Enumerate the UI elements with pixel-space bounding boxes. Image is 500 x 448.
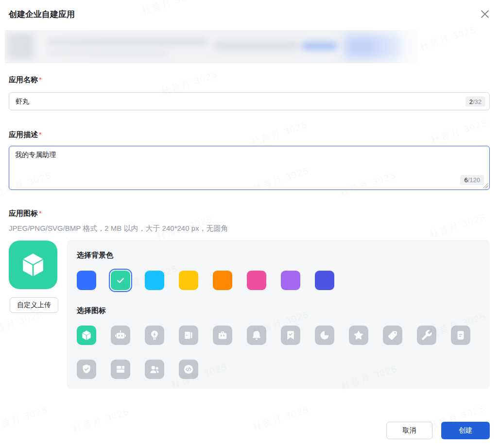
watermark-text: 杜昔月 3025 [71,405,131,435]
tag-icon [386,329,399,342]
required-asterisk: * [39,130,42,138]
app-name-input-wrap: 2/32 [9,92,490,110]
watermark-text: 杜昔月 3025 [251,403,311,433]
bg-color-swatch-yellow[interactable] [179,271,198,290]
background-color-section-title: 选择背景色 [77,251,480,260]
notice-banner-blurred [5,30,418,63]
cube-icon [18,250,48,280]
app-desc-char-counter: 6/120 [460,175,484,185]
briefcase-icon [216,329,229,342]
app-name-label-text: 应用名称 [9,75,38,84]
icon-tile-book[interactable] [179,326,198,345]
app-desc-textarea[interactable]: 我的专属助理 [9,146,490,190]
check-icon [115,275,126,286]
icon-tile-code[interactable] [179,360,198,379]
code-icon [182,363,195,376]
app-icon-label-text: 应用图标 [9,209,38,217]
book-icon [182,329,195,342]
lightbulb-icon [148,329,161,342]
close-icon[interactable] [478,7,492,21]
app-desc-label-text: 应用描述 [9,130,38,138]
app-name-char-counter: 2/32 [466,96,485,106]
watermark-text: 杜昔月 3025 [250,119,310,149]
icon-section-title: 选择图标 [77,306,480,315]
icon-tile-cube[interactable] [77,326,96,345]
watermark-text: 杜昔月 3025 [430,117,489,147]
document-icon [454,329,467,342]
dialog-title: 创建企业自建应用 [9,9,75,20]
watermark-text: 杜昔月 3025 [428,211,488,241]
icon-tile-document[interactable] [451,326,470,345]
app-desc-textarea-wrap: 我的专属助理 6/120 [9,146,490,190]
bell-icon [250,329,263,342]
char-limit: /32 [473,98,482,105]
icon-picker-panel: 选择背景色 选择图标 [67,240,490,389]
create-button[interactable]: 创建 [441,422,490,439]
app-desc-label: 应用描述* [9,130,42,139]
bg-color-swatch-orange[interactable] [213,271,232,290]
star-icon [352,329,365,342]
required-asterisk: * [39,209,42,217]
icon-tile-tag[interactable] [383,326,402,345]
bg-color-swatch-blue[interactable] [77,271,96,290]
cube-icon [80,329,93,342]
pie-chart-icon [318,329,331,342]
shield-check-icon [80,363,93,376]
watermark-text: 杜昔月 3025 [140,0,200,17]
watermark-text: 杜昔月 3025 [0,403,50,433]
banner-fade [5,30,418,63]
watermark-text: 杜昔月 3025 [418,23,478,53]
icon-tile-grid [77,326,473,379]
app-icon-format-hint: JPEG/PNG/SVG/BMP 格式，2 MB 以内，大于 240*240 p… [9,224,228,233]
users-icon [148,363,161,376]
custom-upload-button[interactable]: 自定义上传 [10,297,58,313]
bg-color-swatch-purple[interactable] [281,271,300,290]
bg-color-swatch-pink[interactable] [247,271,266,290]
icon-tile-star[interactable] [349,326,368,345]
app-icon-label: 应用图标* [9,209,42,218]
bg-color-swatch-cyan[interactable] [145,271,164,290]
robot-icon [114,329,127,342]
icon-tile-robot[interactable] [111,326,130,345]
icon-tile-bookmark-check[interactable] [281,326,300,345]
icon-tile-layout[interactable] [111,360,130,379]
wrench-icon [420,329,433,342]
char-limit: /120 [468,176,480,184]
icon-tile-pie-chart[interactable] [315,326,334,345]
icon-tile-briefcase[interactable] [213,326,232,345]
create-app-dialog: { "dialog": { "title": "创建企业自建应用" }, "wa… [0,0,500,448]
background-color-list [77,271,480,290]
icon-tile-shield-check[interactable] [77,360,96,379]
bg-color-swatch-indigo[interactable] [315,271,334,290]
required-asterisk: * [39,75,42,84]
char-count: 6 [464,176,467,184]
icon-tile-lightbulb[interactable] [145,326,164,345]
icon-tile-wrench[interactable] [417,326,436,345]
app-name-input[interactable] [9,92,490,110]
app-name-label: 应用名称* [9,75,42,85]
icon-tile-bell[interactable] [247,326,266,345]
cancel-button[interactable]: 取消 [386,422,432,439]
icon-tile-users[interactable] [145,360,164,379]
app-icon-preview [9,241,57,289]
bookmark-check-icon [284,329,297,342]
bg-color-swatch-teal[interactable] [111,271,130,290]
layout-icon [114,363,127,376]
